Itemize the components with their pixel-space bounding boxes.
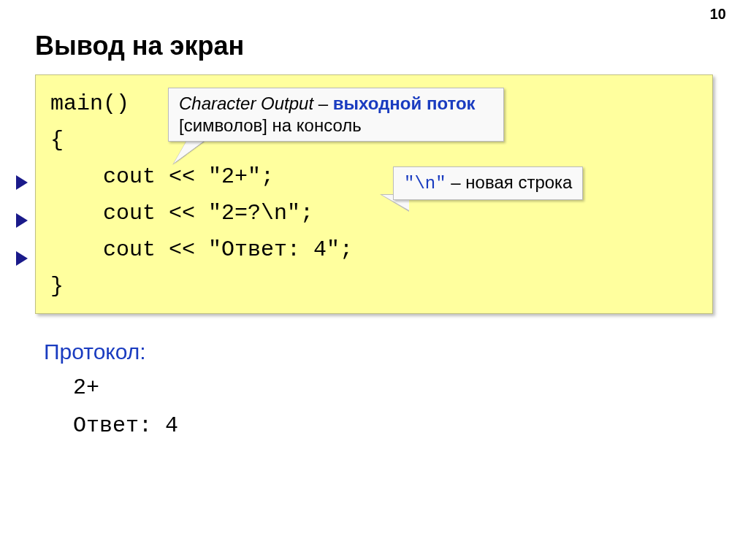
callout-text: [символов] на консоль (179, 115, 362, 135)
code-line: cout << "2=?\n"; (50, 195, 698, 231)
callout-text: новая строка (465, 172, 572, 192)
protocol-output: Ответ: 4 (73, 413, 178, 438)
page-number: 10 (710, 6, 726, 23)
callout-newline: "\n" – новая строка (393, 166, 583, 200)
code-line: } (50, 268, 698, 304)
bullet-icon (16, 251, 28, 266)
bullet-icon (16, 175, 28, 190)
callout-text: – (446, 172, 466, 192)
callout-text: – (313, 93, 333, 113)
slide-title: Вывод на экран (35, 31, 244, 61)
code-line: cout << "2+"; (50, 158, 698, 195)
bullet-icon (16, 213, 28, 228)
callout-text: выходной поток (333, 93, 476, 113)
protocol-output: 2+ (73, 375, 99, 400)
callout-text: Character Output (179, 93, 313, 113)
protocol-label: Протокол: (44, 340, 146, 364)
callout-character-output: Character Output – выходной поток [симво… (168, 88, 504, 142)
callout-text: "\n" (404, 174, 446, 193)
code-line: cout << "Ответ: 4"; (50, 231, 698, 268)
